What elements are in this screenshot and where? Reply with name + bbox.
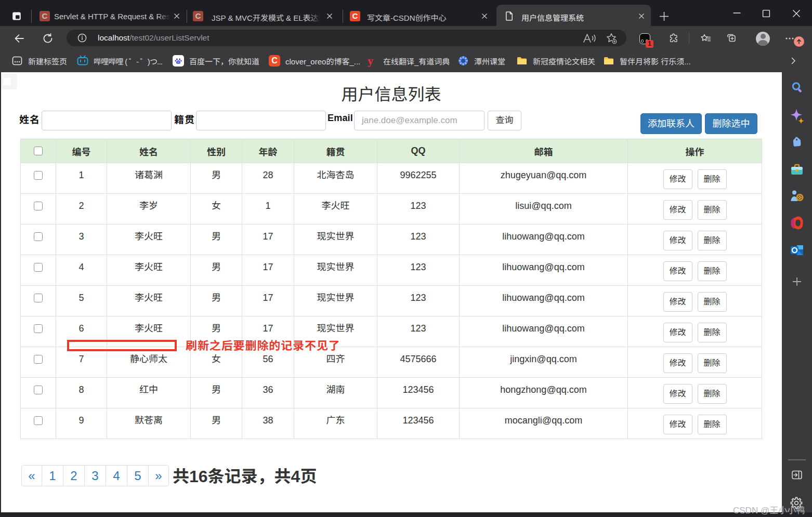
svg-text:du: du	[177, 61, 180, 63]
